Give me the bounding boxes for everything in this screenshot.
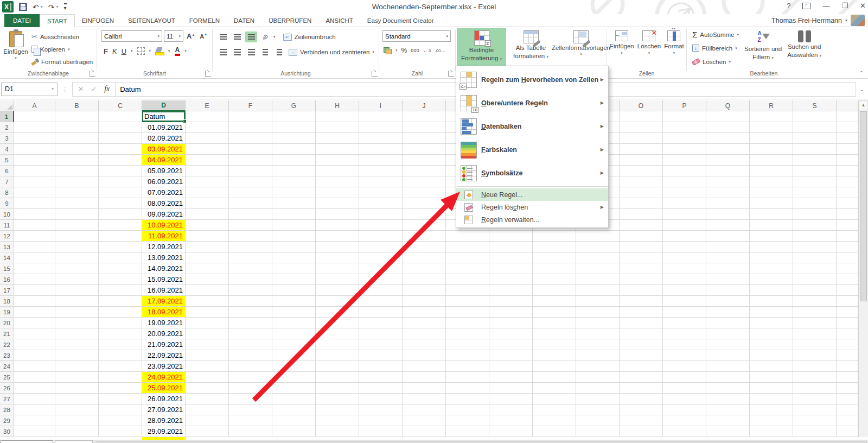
- cell-J14[interactable]: [403, 252, 446, 263]
- collapse-ribbon-icon[interactable]: ⌃: [859, 70, 864, 76]
- cell-K18[interactable]: [446, 296, 489, 307]
- row-header-5[interactable]: 5: [0, 155, 14, 166]
- cell-R19[interactable]: [750, 307, 793, 318]
- cell-G3[interactable]: [272, 133, 316, 144]
- cell-J4[interactable]: [403, 144, 446, 155]
- cell-Q19[interactable]: [706, 307, 750, 318]
- cell-B1[interactable]: [55, 111, 99, 122]
- align-middle-button[interactable]: [231, 31, 243, 42]
- row-header-13[interactable]: 13: [0, 242, 14, 252]
- cell-G30[interactable]: [272, 426, 316, 437]
- cell-R25[interactable]: [750, 372, 793, 383]
- cell-J17[interactable]: [403, 285, 446, 296]
- tab-easy-document-creator[interactable]: Easy Document Creator: [360, 14, 441, 27]
- cell-M20[interactable]: [533, 318, 576, 328]
- column-header-o[interactable]: O: [620, 100, 663, 111]
- expand-formula-bar-icon[interactable]: ⌄: [856, 86, 868, 92]
- number-dialog-launcher-icon[interactable]: [448, 71, 454, 77]
- cell-D15[interactable]: 14.09.2021: [142, 263, 186, 274]
- cell-partial-9[interactable]: [837, 198, 858, 209]
- cell-E26[interactable]: [186, 383, 229, 394]
- cell-E28[interactable]: [186, 404, 229, 415]
- cell-G10[interactable]: [272, 209, 316, 220]
- cell-Q12[interactable]: [706, 231, 750, 242]
- cell-A12[interactable]: [14, 231, 55, 242]
- cell-I27[interactable]: [359, 394, 403, 404]
- cell-F30[interactable]: [229, 426, 272, 437]
- clear-button[interactable]: Löschen ▾: [692, 56, 739, 67]
- cell-O19[interactable]: [620, 307, 663, 318]
- cell-J30[interactable]: [403, 426, 446, 437]
- cell-G27[interactable]: [272, 394, 316, 404]
- cell-N28[interactable]: [576, 404, 620, 415]
- cell-N17[interactable]: [576, 285, 620, 296]
- cell-D6[interactable]: 05.09.2021: [142, 166, 186, 176]
- cell-C1[interactable]: [99, 111, 142, 122]
- row-header-28[interactable]: 28: [0, 404, 14, 415]
- cell-K19[interactable]: [446, 307, 489, 318]
- cell-C5[interactable]: [99, 155, 142, 166]
- cell-P16[interactable]: [663, 274, 706, 285]
- row-header-1[interactable]: 1: [0, 111, 14, 122]
- fill-color-icon[interactable]: [155, 47, 164, 55]
- cell-J7[interactable]: [403, 176, 446, 187]
- cell-N26[interactable]: [576, 383, 620, 394]
- cell-E24[interactable]: [186, 361, 229, 372]
- cell-H20[interactable]: [316, 318, 359, 328]
- cell-P2[interactable]: [663, 122, 706, 133]
- cell-P15[interactable]: [663, 263, 706, 274]
- cell-P23[interactable]: [663, 350, 706, 361]
- shrink-font-button[interactable]: A▼: [198, 33, 209, 40]
- cell-R8[interactable]: [750, 187, 793, 198]
- cell-O21[interactable]: [620, 328, 663, 339]
- align-right-button[interactable]: [245, 47, 257, 58]
- cell-E15[interactable]: [186, 263, 229, 274]
- cell-D30[interactable]: 29.09.2021: [142, 426, 186, 437]
- cell-N19[interactable]: [576, 307, 620, 318]
- cell-S5[interactable]: [793, 155, 837, 166]
- cell-G25[interactable]: [272, 372, 316, 383]
- cell-O23[interactable]: [620, 350, 663, 361]
- cell-D8[interactable]: 07.09.2021: [142, 187, 186, 198]
- cell-O2[interactable]: [620, 122, 663, 133]
- cell-H11[interactable]: [316, 220, 359, 231]
- cell-M26[interactable]: [533, 383, 576, 394]
- cell-K22[interactable]: [446, 339, 489, 350]
- cell-partial-7[interactable]: [837, 176, 858, 187]
- cell-N20[interactable]: [576, 318, 620, 328]
- cell-I9[interactable]: [359, 198, 403, 209]
- cell-partial-1[interactable]: [837, 111, 858, 122]
- cell-K25[interactable]: [446, 372, 489, 383]
- cell-A29[interactable]: [14, 415, 55, 426]
- cell-partial-22[interactable]: [837, 339, 858, 350]
- cell-L14[interactable]: [489, 252, 533, 263]
- cell-I13[interactable]: [359, 242, 403, 252]
- cell-H30[interactable]: [316, 426, 359, 437]
- cell-D11[interactable]: 10.09.2021: [142, 220, 186, 231]
- cell-G2[interactable]: [272, 122, 316, 133]
- cell-A10[interactable]: [14, 209, 55, 220]
- cell-C29[interactable]: [99, 415, 142, 426]
- cell-I22[interactable]: [359, 339, 403, 350]
- row-header-29[interactable]: 29: [0, 415, 14, 426]
- cell-J2[interactable]: [403, 122, 446, 133]
- cell-O15[interactable]: [620, 263, 663, 274]
- cell-D2[interactable]: 01.09.2021: [142, 122, 186, 133]
- cell-Q27[interactable]: [706, 394, 750, 404]
- cell-F24[interactable]: [229, 361, 272, 372]
- cell-S12[interactable]: [793, 231, 837, 242]
- ribbon-display-options-icon[interactable]: [802, 3, 810, 9]
- cell-C25[interactable]: [99, 372, 142, 383]
- column-header-q[interactable]: Q: [706, 100, 750, 111]
- cell-R15[interactable]: [750, 263, 793, 274]
- cell-H15[interactable]: [316, 263, 359, 274]
- cell-R14[interactable]: [750, 252, 793, 263]
- cell-R16[interactable]: [750, 274, 793, 285]
- cell-O5[interactable]: [620, 155, 663, 166]
- cell-L19[interactable]: [489, 307, 533, 318]
- cell-O20[interactable]: [620, 318, 663, 328]
- cell-H19[interactable]: [316, 307, 359, 318]
- cell-H4[interactable]: [316, 144, 359, 155]
- cell-C4[interactable]: [99, 144, 142, 155]
- cell-S29[interactable]: [793, 415, 837, 426]
